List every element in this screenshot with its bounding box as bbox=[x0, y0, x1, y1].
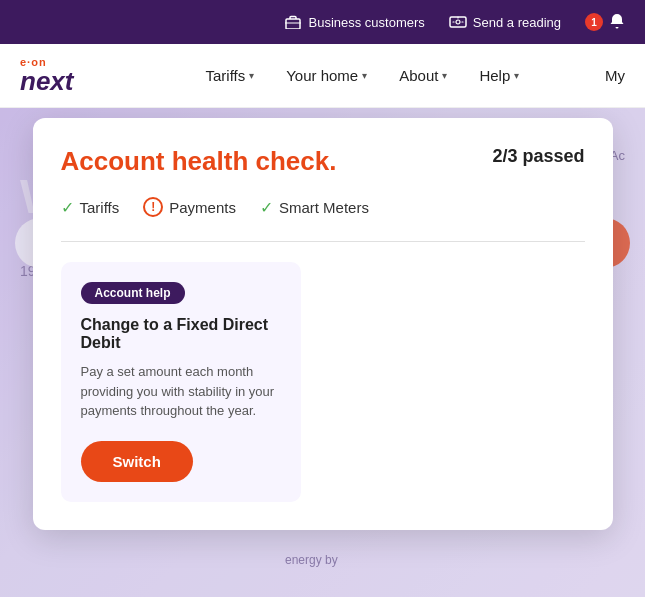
briefcase-icon bbox=[284, 13, 302, 31]
bell-icon bbox=[609, 13, 625, 32]
modal-header: Account health check. 2/3 passed bbox=[61, 146, 585, 177]
nav-help[interactable]: Help ▾ bbox=[467, 59, 531, 92]
nav-bar: e·on next Tariffs ▾ Your home ▾ About ▾ … bbox=[0, 44, 645, 108]
help-label: Help bbox=[479, 67, 510, 84]
smart-meters-check-label: Smart Meters bbox=[279, 199, 369, 216]
nav-tariffs[interactable]: Tariffs ▾ bbox=[193, 59, 266, 92]
my-label: My bbox=[605, 67, 625, 84]
business-customers-label: Business customers bbox=[308, 15, 424, 30]
modal-title: Account health check. bbox=[61, 146, 337, 177]
help-chevron-icon: ▾ bbox=[514, 70, 519, 81]
modal-divider bbox=[61, 241, 585, 242]
notifications-button[interactable]: 1 bbox=[585, 13, 625, 32]
about-label: About bbox=[399, 67, 438, 84]
your-home-chevron-icon: ▾ bbox=[362, 70, 367, 81]
logo-next: next bbox=[20, 68, 73, 94]
check-payments: ! Payments bbox=[143, 197, 236, 217]
notification-count: 1 bbox=[585, 13, 603, 31]
tariffs-label: Tariffs bbox=[205, 67, 245, 84]
send-reading-link[interactable]: Send a reading bbox=[449, 13, 561, 31]
card-description: Pay a set amount each month providing yo… bbox=[81, 362, 281, 421]
check-smart-meters: ✓ Smart Meters bbox=[260, 198, 369, 217]
your-home-label: Your home bbox=[286, 67, 358, 84]
suggestion-card: Account help Change to a Fixed Direct De… bbox=[61, 262, 301, 502]
top-bar: Business customers Send a reading 1 bbox=[0, 0, 645, 44]
nav-about[interactable]: About ▾ bbox=[387, 59, 459, 92]
payments-check-label: Payments bbox=[169, 199, 236, 216]
tariffs-chevron-icon: ▾ bbox=[249, 70, 254, 81]
check-tariffs: ✓ Tariffs bbox=[61, 198, 120, 217]
card-title: Change to a Fixed Direct Debit bbox=[81, 316, 281, 352]
svg-rect-0 bbox=[286, 19, 300, 29]
page-background: Wo 192 G ‹ Ac t paym payme ment is s aft… bbox=[0, 108, 645, 597]
smart-meters-check-icon: ✓ bbox=[260, 198, 273, 217]
modal-checks: ✓ Tariffs ! Payments ✓ Smart Meters bbox=[61, 197, 585, 217]
business-customers-link[interactable]: Business customers bbox=[284, 13, 424, 31]
about-chevron-icon: ▾ bbox=[442, 70, 447, 81]
tariffs-check-icon: ✓ bbox=[61, 198, 74, 217]
tariffs-check-label: Tariffs bbox=[80, 199, 120, 216]
nav-my-account[interactable]: My bbox=[605, 67, 625, 84]
switch-button[interactable]: Switch bbox=[81, 441, 193, 482]
nav-your-home[interactable]: Your home ▾ bbox=[274, 59, 379, 92]
logo[interactable]: e·on next bbox=[20, 57, 73, 94]
send-reading-label: Send a reading bbox=[473, 15, 561, 30]
svg-point-3 bbox=[456, 20, 460, 24]
card-tag: Account help bbox=[81, 282, 185, 304]
modal-passed: 2/3 passed bbox=[492, 146, 584, 167]
modal-overlay: Account health check. 2/3 passed ✓ Tarif… bbox=[0, 108, 645, 597]
nav-items: Tariffs ▾ Your home ▾ About ▾ Help ▾ bbox=[193, 59, 605, 92]
account-health-modal: Account health check. 2/3 passed ✓ Tarif… bbox=[33, 118, 613, 530]
payments-warn-icon: ! bbox=[143, 197, 163, 217]
meter-icon bbox=[449, 13, 467, 31]
